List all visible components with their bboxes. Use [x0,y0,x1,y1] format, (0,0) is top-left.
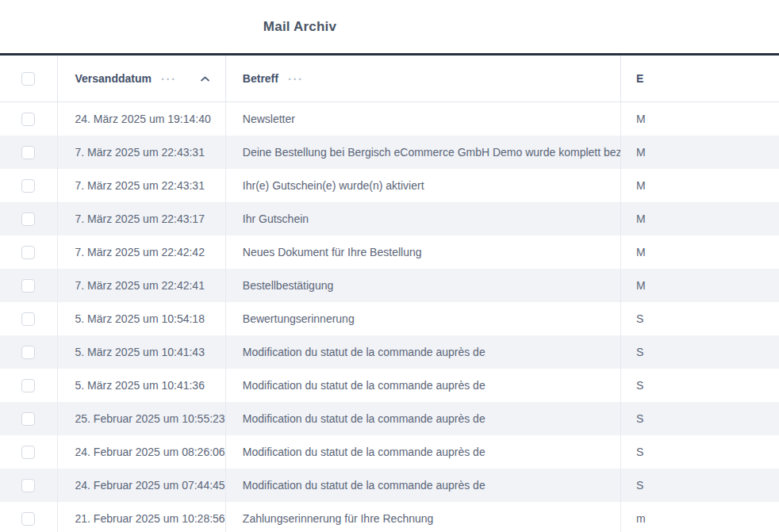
cell-empfaenger: M [620,269,779,302]
row-checkbox[interactable] [21,479,35,492]
table-row[interactable]: 24. Februar 2025 um 07:44:45 Modificatio… [0,469,779,502]
cell-betreff: Bewertungserinnerung [225,302,620,335]
column-label-empfaenger: E [636,72,643,85]
row-checkbox[interactable] [21,246,35,259]
row-checkbox[interactable] [21,512,35,526]
row-select-cell [0,502,57,532]
table-row[interactable]: 24. März 2025 um 19:14:40 Newsletter M [0,102,779,136]
select-all-checkbox[interactable] [21,72,35,86]
table-row[interactable]: 7. März 2025 um 22:42:41 Bestellbestätig… [0,269,779,302]
cell-versanddatum: 5. März 2025 um 10:41:36 [57,369,225,402]
cell-betreff: Deine Bestellung bei Bergisch eCommerce … [225,136,620,169]
column-header-empfaenger[interactable]: E [620,55,779,101]
cell-betreff: Modification du statut de la commande au… [225,369,620,402]
column-header-betreff[interactable]: Betreff ··· [225,55,620,101]
cell-betreff: Bestellbestätigung [225,269,620,302]
sort-ascending-button[interactable] [201,76,209,82]
row-select-cell [0,369,57,402]
row-select-cell [0,169,57,202]
row-select-cell [0,435,57,469]
row-select-cell [0,402,57,435]
cell-betreff: Neues Dokument für Ihre Bestellung [225,235,620,269]
cell-empfaenger: m [620,502,779,532]
row-select-cell [0,469,57,502]
row-select-cell [0,136,57,169]
chevron-up-icon [201,76,209,82]
cell-empfaenger: S [620,469,779,502]
row-select-cell [0,335,57,369]
column-label-versanddatum: Versanddatum [75,72,152,85]
row-select-cell [0,269,57,302]
cell-betreff: Modification du statut de la commande au… [225,435,620,469]
cell-versanddatum: 5. März 2025 um 10:54:18 [57,302,225,335]
cell-betreff: Ihr(e) Gutschein(e) wurde(n) aktiviert [225,169,620,202]
table-row[interactable]: 5. März 2025 um 10:41:36 Modification du… [0,369,779,402]
cell-empfaenger: S [620,335,779,369]
cell-empfaenger: M [620,102,779,136]
row-checkbox[interactable] [21,279,35,293]
cell-versanddatum: 24. März 2025 um 19:14:40 [57,102,225,136]
table-row[interactable]: 7. März 2025 um 22:43:17 Ihr Gutschein M [0,202,779,235]
column-header-versanddatum[interactable]: Versanddatum ··· [57,55,225,101]
cell-versanddatum: 7. März 2025 um 22:42:41 [57,269,225,302]
cell-empfaenger: S [620,402,779,435]
column-menu-icon[interactable]: ··· [161,73,177,85]
title-bar: Mail Archiv [0,0,779,55]
table-row[interactable]: 5. März 2025 um 10:41:43 Modification du… [0,335,779,369]
cell-versanddatum: 5. März 2025 um 10:41:43 [57,335,225,369]
cell-betreff: Modification du statut de la commande au… [225,335,620,369]
row-checkbox[interactable] [21,146,35,159]
table-row[interactable]: 21. Februar 2025 um 10:28:56 Zahlungseri… [0,502,779,532]
row-checkbox[interactable] [21,412,35,426]
cell-versanddatum: 7. März 2025 um 22:43:31 [57,136,225,169]
column-label-betreff: Betreff [243,72,278,85]
row-select-cell [0,235,57,269]
cell-versanddatum: 24. Februar 2025 um 08:26:06 [57,435,225,469]
cell-empfaenger: M [620,136,779,169]
row-checkbox[interactable] [21,312,35,326]
cell-betreff: Newsletter [225,102,620,136]
table-row[interactable]: 25. Februar 2025 um 10:55:23 Modificatio… [0,402,779,435]
row-checkbox[interactable] [21,212,35,226]
table-row[interactable]: 7. März 2025 um 22:42:42 Neues Dokument … [0,235,779,269]
row-select-cell [0,302,57,335]
cell-empfaenger: S [620,369,779,402]
cell-versanddatum: 7. März 2025 um 22:43:31 [57,169,225,202]
cell-betreff: Ihr Gutschein [225,202,620,235]
cell-empfaenger: M [620,169,779,202]
cell-betreff: Zahlungserinnerung für Ihre Rechnung [225,502,620,532]
row-checkbox[interactable] [21,179,35,193]
grid-header-row: Versanddatum ··· Betreff ··· E [0,55,779,102]
row-select-cell [0,102,57,136]
table-row[interactable]: 7. März 2025 um 22:43:31 Ihr(e) Gutschei… [0,169,779,202]
table-row[interactable]: 5. März 2025 um 10:54:18 Bewertungserinn… [0,302,779,335]
cell-betreff: Modification du statut de la commande au… [225,402,620,435]
cell-empfaenger: M [620,235,779,269]
row-select-cell [0,202,57,235]
table-row[interactable]: 7. März 2025 um 22:43:31 Deine Bestellun… [0,136,779,169]
cell-versanddatum: 7. März 2025 um 22:42:42 [57,235,225,269]
page-title: Mail Archiv [263,19,336,35]
row-checkbox[interactable] [21,113,35,126]
cell-versanddatum: 24. Februar 2025 um 07:44:45 [57,469,225,502]
grid-body: 24. März 2025 um 19:14:40 Newsletter M 7… [0,102,779,532]
cell-empfaenger: S [620,302,779,335]
row-checkbox[interactable] [21,379,35,392]
cell-empfaenger: S [620,435,779,469]
table-row[interactable]: 24. Februar 2025 um 08:26:06 Modificatio… [0,435,779,469]
select-all-cell [0,55,57,101]
cell-versanddatum: 25. Februar 2025 um 10:55:23 [57,402,225,435]
cell-versanddatum: 21. Februar 2025 um 10:28:56 [57,502,225,532]
row-checkbox[interactable] [21,446,35,459]
cell-versanddatum: 7. März 2025 um 22:43:17 [57,202,225,235]
row-checkbox[interactable] [21,346,35,359]
column-menu-icon[interactable]: ··· [288,73,304,85]
mail-archive-grid: Versanddatum ··· Betreff ··· E 24. März … [0,55,779,532]
cell-betreff: Modification du statut de la commande au… [225,469,620,502]
cell-empfaenger: M [620,202,779,235]
